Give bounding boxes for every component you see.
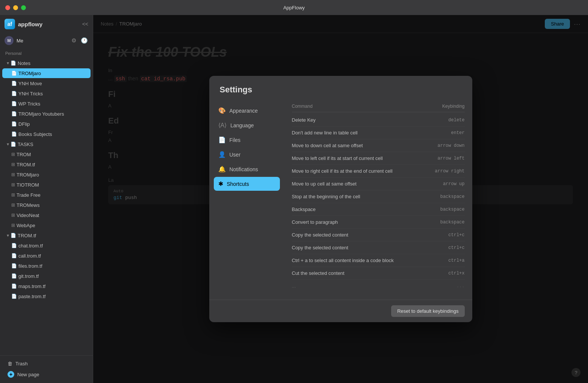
settings-shortcuts-content: Command Keybinding Delete Key delete Don…	[284, 101, 472, 300]
settings-nav-shortcuts[interactable]: ✱ Shortcuts	[214, 177, 280, 191]
document-icon: 📄	[11, 233, 16, 238]
reset-keybindings-button[interactable]: Reset to default keybindings	[391, 305, 464, 317]
document-icon: 📄	[11, 121, 17, 127]
language-icon: ⟨A⟩	[218, 122, 227, 129]
app-layout: af appflowy << M Me ⚙ 🕐 Personal ▾ 📄	[0, 15, 588, 383]
shortcut-row-faded: ... ...	[292, 280, 465, 292]
sidebar-item-tromjaro-tasks[interactable]: ⊞ TROMjaro	[2, 170, 91, 179]
sidebar-item-videoneat[interactable]: ⊞ VideoNeat	[2, 210, 91, 220]
nav-item-label: Shortcuts	[227, 181, 249, 187]
sidebar-item-tromews[interactable]: ⊞ TROMews	[2, 200, 91, 210]
settings-body: 🎨 Appearance ⟨A⟩ Language 📄 Files 👤	[209, 101, 472, 300]
shortcut-command: Backspace	[292, 207, 435, 212]
sidebar-toggle-button[interactable]: <<	[82, 21, 88, 27]
document-icon: 📄	[11, 263, 17, 268]
col-keybinding-header: Keybinding	[442, 104, 464, 109]
document-icon: 📄	[11, 243, 17, 248]
app-name: appflowy	[18, 21, 42, 27]
sidebar-item-books-subjects[interactable]: 📄 Books Subjects	[2, 129, 91, 139]
settings-nav-user[interactable]: 👤 User	[214, 148, 280, 161]
sidebar-item-trade-free[interactable]: ⊞ Trade Free	[2, 190, 91, 200]
shortcut-row: Convert to paragraph backspace	[292, 216, 465, 229]
user-info: M Me	[5, 36, 23, 45]
shortcut-row: Don't add new line in table cell enter	[292, 127, 465, 139]
shortcut-key: backspace	[435, 194, 465, 199]
sidebar-item-tromjaro-youtubers[interactable]: 📄 TROMjaro Youtubers	[2, 109, 91, 119]
settings-nav-appearance[interactable]: 🎨 Appearance	[214, 104, 280, 118]
settings-nav-notifications[interactable]: 🔔 Notifications	[214, 162, 280, 176]
sidebar-item-tasks[interactable]: ▾ 📄 TASKS	[2, 139, 91, 149]
settings-nav-files[interactable]: 📄 Files	[214, 133, 280, 147]
shortcut-key: backspace	[435, 207, 465, 212]
sidebar-footer: 🗑 Trash + New page	[0, 355, 93, 383]
sidebar-item-ynh-tricks[interactable]: 📄 YNH Tricks	[2, 89, 91, 98]
sidebar-item-chat[interactable]: 📄 chat.trom.tf	[2, 241, 91, 250]
settings-overlay[interactable]: Settings 🎨 Appearance ⟨A⟩ Language	[93, 15, 588, 383]
close-button[interactable]	[5, 5, 10, 10]
minimize-button[interactable]	[13, 5, 18, 10]
shortcuts-table: Command Keybinding Delete Key delete Don…	[292, 101, 465, 292]
user-icon: 👤	[218, 151, 226, 158]
sidebar-item-call[interactable]: 📄 call.trom.tf	[2, 251, 91, 261]
shortcut-command: Stop at the beginning of the cell	[292, 194, 435, 199]
document-icon: 📄	[11, 60, 16, 66]
traffic-lights	[5, 5, 26, 10]
sidebar-item-label: TROMjaro	[18, 71, 41, 76]
shortcut-command: Move to right cell if its at the end of …	[292, 168, 435, 174]
sidebar-item-label: TROMjaro	[17, 172, 39, 178]
shortcut-row: Move to up cell at same offset arrow up	[292, 178, 465, 190]
sidebar-item-ynh-move[interactable]: 📄 YNH Move	[2, 78, 91, 88]
sidebar-item-git[interactable]: 📄 git.trom.tf	[2, 271, 91, 281]
sidebar-item-tiotrom[interactable]: ⊞ TIOTROM	[2, 180, 91, 190]
sidebar-item-wp-tricks[interactable]: 📄 WP Tricks	[2, 99, 91, 109]
sidebar-item-paste[interactable]: 📄 paste.trom.tf	[2, 291, 91, 301]
sidebar-item-label: TROM.tf	[17, 162, 35, 167]
shortcut-row: Stop at the beginning of the cell backsp…	[292, 190, 465, 203]
shortcut-key: arrow right	[435, 169, 465, 174]
document-icon: 📄	[11, 283, 17, 289]
keyboard-icon: ✱	[218, 180, 223, 187]
sidebar-item-label: DFlip	[18, 121, 30, 127]
sidebar-item-label: TIOTROM	[17, 182, 39, 188]
trash-icon: 🗑	[8, 361, 12, 366]
sidebar-item-tromtf-group[interactable]: ▾ 📄 TROM.tf	[2, 231, 91, 240]
history-icon[interactable]: 🕐	[80, 36, 88, 45]
grid-icon: ⊞	[11, 172, 15, 177]
shortcut-command: Convert to paragraph	[292, 219, 435, 225]
sidebar-item-maps[interactable]: 📄 maps.trom.tf	[2, 281, 91, 291]
new-page-button[interactable]: + New page	[3, 369, 90, 380]
notes-label: Notes	[18, 60, 30, 66]
sidebar-item-label: Books Subjects	[18, 131, 52, 137]
sidebar-item-notes[interactable]: ▾ 📄 Notes	[2, 58, 91, 68]
user-actions: ⚙ 🕐	[70, 36, 88, 45]
document-icon: 📄	[11, 91, 17, 96]
shortcut-command: Move to down cell at same offset	[292, 143, 435, 148]
trash-item[interactable]: 🗑 Trash	[3, 359, 90, 369]
sidebar-item-label: WebApe	[17, 223, 35, 228]
shortcut-key: ctrl+x	[435, 271, 465, 276]
maximize-button[interactable]	[21, 5, 26, 10]
sidebar-item-tromjaro[interactable]: 📄 TROMjaro	[2, 68, 91, 78]
sidebar-item-webape[interactable]: ⊞ WebApe	[2, 220, 91, 230]
shortcut-row: Cut the selected content ctrl+x	[292, 267, 465, 280]
user-row: M Me ⚙ 🕐	[0, 33, 93, 48]
settings-nav-language[interactable]: ⟨A⟩ Language	[214, 118, 280, 132]
settings-icon[interactable]: ⚙	[70, 36, 78, 45]
sidebar-item-label: YNH Move	[18, 81, 42, 86]
sidebar-item-trom-tf[interactable]: ⊞ TROM.tf	[2, 160, 91, 169]
logo-area: af appflowy	[5, 19, 42, 29]
sidebar: af appflowy << M Me ⚙ 🕐 Personal ▾ 📄	[0, 15, 93, 383]
sidebar-item-trom[interactable]: ⊞ TROM	[2, 149, 91, 159]
document-icon: 📄	[11, 101, 17, 106]
shortcut-command: Move to up cell at same offset	[292, 181, 435, 187]
document-icon: 📄	[11, 273, 17, 279]
document-icon: 📄	[11, 142, 16, 147]
sidebar-item-label: TROMjaro Youtubers	[18, 111, 64, 117]
sidebar-item-files[interactable]: 📄 files.trom.tf	[2, 261, 91, 271]
shortcut-row: Delete Key delete	[292, 114, 465, 127]
shortcut-row: Copy the selected content ctrl+c	[292, 229, 465, 241]
document-icon: 📄	[11, 131, 17, 137]
grid-icon: ⊞	[11, 192, 15, 198]
sidebar-item-dflip[interactable]: 📄 DFlip	[2, 119, 91, 129]
nav-item-label: Appearance	[230, 108, 258, 114]
